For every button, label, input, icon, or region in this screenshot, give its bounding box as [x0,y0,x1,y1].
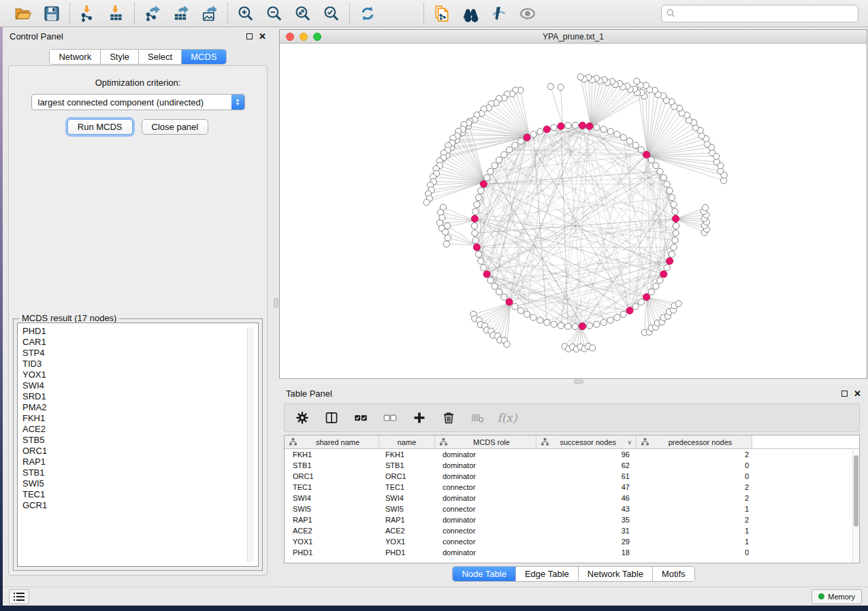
table-scrollbar[interactable] [852,450,859,563]
open-file-button[interactable] [14,4,33,23]
table-cell: dominator [435,494,536,502]
result-node[interactable]: STB5 [22,435,258,446]
control-panel-close-icon[interactable]: ✕ [259,33,266,39]
result-node[interactable]: SWI4 [22,380,258,391]
network-document-button[interactable] [432,4,451,23]
network-canvas[interactable] [280,44,867,378]
splitter-grip[interactable] [574,380,583,384]
function-builder-button[interactable]: f(x) [499,410,515,426]
deselect-all-rows-button[interactable] [382,410,398,426]
show-columns-button[interactable] [323,410,340,426]
horizontal-splitter[interactable] [279,379,868,384]
vertical-splitter[interactable] [273,27,279,587]
tab-mcds[interactable]: MCDS [181,50,225,64]
result-node[interactable]: CAR1 [22,337,258,348]
table-row[interactable]: TEC1TEC1connector472 [285,482,859,493]
tab-style[interactable]: Style [100,50,138,64]
table-row[interactable]: FKH1FKH1dominator962 [285,449,859,460]
select-all-rows-button[interactable] [353,410,369,426]
result-node[interactable]: YOX1 [22,369,258,380]
save-session-button[interactable] [42,4,61,23]
delete-table-button[interactable] [470,410,486,426]
zoom-fit-button[interactable] [293,4,312,23]
import-network-button[interactable] [78,4,97,23]
zoom-selected-button[interactable] [322,4,341,23]
run-mcds-button[interactable]: Run MCDS [67,119,133,135]
splitter-grip[interactable] [274,298,278,308]
result-node[interactable]: TID3 [22,359,258,369]
table-cell: SWI5 [379,505,435,513]
result-node[interactable]: SRD1 [22,391,258,402]
result-node[interactable]: STP4 [22,348,258,359]
tab-motifs[interactable]: Motifs [652,567,694,581]
export-table-button[interactable] [172,4,191,23]
result-node[interactable]: RAP1 [22,457,258,467]
column-header-name[interactable]: name [379,435,435,448]
tab-edge-table[interactable]: Edge Table [515,567,578,581]
table-row[interactable]: STB1STB1dominator620 [285,460,859,471]
table-row[interactable]: PHD1PHD1dominator180 [285,547,859,558]
result-list-scrollbar[interactable] [247,327,254,562]
mcds-result-list[interactable]: PHD1CAR1STP4TID3YOX1SWI4SRD1PMA2FKH1ACE2… [17,323,259,567]
zoom-in-button[interactable] [236,4,255,23]
result-node[interactable]: ACE2 [22,424,258,435]
list-icon [14,592,25,601]
control-panel-float-icon[interactable] [246,33,253,39]
search-input[interactable] [661,5,858,22]
table-cell: RAP1 [285,516,379,524]
table-row[interactable]: SWI4SWI4dominator462 [285,493,859,503]
table-settings-button[interactable] [294,410,310,426]
table-tabbar: Node Table Edge Table Network Table Moti… [452,566,694,582]
result-node[interactable]: PMA2 [22,402,258,413]
show-graphics-details-button[interactable] [518,4,537,23]
table-header-row: shared name name MCDS role successor nod… [285,435,859,449]
result-node[interactable]: PHD1 [22,326,258,337]
tab-network-table[interactable]: Network Table [578,567,652,581]
result-node[interactable]: FKH1 [22,413,258,424]
close-panel-button[interactable]: Close panel [142,119,209,135]
create-column-button[interactable] [411,410,428,426]
hide-graphics-details-button[interactable] [489,4,509,23]
result-node[interactable]: TEC1 [22,489,258,500]
table-row[interactable]: SWI5SWI5connector431 [285,503,859,514]
table-panel-close-icon[interactable]: ✕ [854,391,861,397]
tab-select[interactable]: Select [138,50,181,64]
refresh-button[interactable] [358,4,377,23]
status-log-button[interactable] [9,589,29,604]
result-node[interactable]: SWI5 [22,478,258,489]
table-row[interactable]: RAP1RAP1dominator352 [285,514,859,525]
export-image-icon [201,5,219,22]
export-image-button[interactable] [200,4,219,23]
scrollbar-thumb[interactable] [854,455,858,527]
refresh-icon [359,5,376,22]
export-table-icon [172,5,190,22]
table-cell: YOX1 [285,538,379,546]
result-node[interactable]: STB1 [22,467,258,478]
node-table-body: FKH1FKH1dominator962STB1STB1dominator620… [285,449,859,558]
table-cell: SWI4 [285,494,379,502]
export-network-button[interactable] [143,4,162,23]
optimization-criterion-select[interactable]: largest connected component (undirected)… [31,94,245,110]
table-panel-float-icon[interactable] [841,391,848,397]
table-row[interactable]: YOX1YOX1connector291 [285,536,859,547]
binoculars-icon[interactable] [461,4,480,23]
mcds-result-title: MCDS result (17 nodes) [19,313,119,323]
column-header-successor-nodes[interactable]: successor nodes ∨ [536,435,637,448]
import-table-button[interactable] [107,4,126,23]
result-node[interactable]: GCR1 [22,500,258,511]
table-cell: 1 [637,538,752,546]
table-panel: Table Panel ✕ [279,384,868,587]
zoom-out-button[interactable] [265,4,284,23]
table-row[interactable]: ORC1ORC1dominator610 [285,471,859,482]
column-header-predecessor-nodes[interactable]: predecessor nodes [637,435,752,448]
tab-network[interactable]: Network [50,50,100,64]
column-header-mcds-role[interactable]: MCDS role [435,435,536,448]
column-header-shared-name[interactable]: shared name [285,435,379,448]
delete-column-button[interactable] [440,410,457,426]
table-cell: 18 [536,548,637,557]
memory-button[interactable]: Memory [811,589,862,604]
result-node[interactable]: ORC1 [22,446,258,457]
table-row[interactable]: ACE2ACE2connector311 [285,525,859,536]
tab-node-table[interactable]: Node Table [453,567,515,581]
table-cell: dominator [435,450,536,459]
